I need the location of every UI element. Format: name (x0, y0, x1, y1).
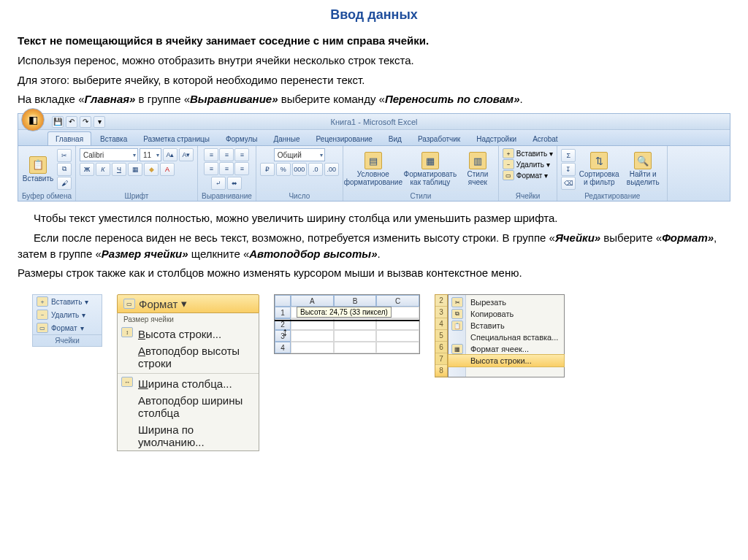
tab-dev[interactable]: Разработчик (411, 132, 468, 145)
title-bar: ◧ 💾 ↶ ↷ ▾ Книга1 - Microsoft Excel (18, 114, 730, 130)
col-a[interactable]: A (291, 295, 334, 307)
cut-icon[interactable]: ✂ (57, 149, 72, 162)
tab-layout[interactable]: Разметка страницы (136, 132, 217, 145)
group-label-clipboard: Буфер обмена (22, 190, 72, 200)
tab-review[interactable]: Рецензирование (309, 132, 380, 145)
align-mid-icon[interactable]: ≡ (219, 148, 234, 161)
number-format-combo[interactable]: Общий (274, 148, 325, 161)
tab-home[interactable]: Главная (47, 131, 91, 145)
clear-icon[interactable]: ⌫ (561, 177, 576, 190)
menu-default-width[interactable]: Ширина по умолчанию... (118, 421, 259, 450)
row-header[interactable]: 5 (435, 330, 447, 342)
fill-color-icon[interactable]: ◆ (144, 163, 159, 176)
merge-icon[interactable]: ⬌ (227, 177, 242, 190)
tab-data[interactable]: Данные (266, 132, 307, 145)
copy-icon[interactable]: ⧉ (57, 163, 72, 176)
tab-acrobat[interactable]: Acrobat (525, 132, 565, 145)
row-1[interactable]: 1 (275, 307, 291, 318)
format-icon: ▦ (451, 344, 463, 354)
paste-button[interactable]: 📋 Вставить (22, 156, 54, 183)
align-bot-icon[interactable]: ≡ (234, 148, 249, 161)
font-color-icon[interactable]: A (160, 163, 175, 176)
insert-button[interactable]: ＋Вставить ▾ (33, 295, 102, 308)
align-left-icon[interactable]: ≡ (204, 162, 218, 175)
col-c[interactable]: C (376, 295, 419, 307)
cond-format-button[interactable]: ▤Условное форматирование (347, 152, 400, 186)
font-name-combo[interactable]: Calibri (80, 148, 138, 161)
format-icon: ▭ (123, 299, 135, 309)
ctx-copy[interactable]: ⧉Копировать (449, 308, 564, 320)
row-header[interactable]: 8 (435, 365, 447, 377)
menu-row-height[interactable]: ↕Высота строки... (118, 326, 259, 342)
menu-autofit-width[interactable]: Автоподбор ширины столбца (118, 392, 259, 421)
align-right-icon[interactable]: ≡ (234, 162, 249, 175)
col-b[interactable]: B (334, 295, 377, 307)
para-6: Если после переноса виден не весь текст,… (18, 230, 730, 262)
group-styles: ▤Условное форматирование ▦Форматировать … (343, 146, 499, 201)
font-size-combo[interactable]: 11 (140, 148, 161, 161)
bold-icon[interactable]: Ж (80, 163, 94, 176)
row-header[interactable]: 6 (435, 342, 447, 353)
delete-cells-button[interactable]: －Удалить ▾ (503, 159, 550, 169)
ctx-row-height[interactable]: Высота строки... (448, 354, 565, 367)
ctx-paste[interactable]: 📋Вставить (449, 320, 564, 331)
tab-insert[interactable]: Вставка (93, 132, 134, 145)
resize-cursor-icon: ↕ (282, 326, 288, 339)
format-cells-button[interactable]: ▭Формат ▾ (503, 170, 549, 180)
row-height-icon: ↕ (121, 327, 133, 337)
delete-icon: － (37, 310, 48, 320)
underline-icon[interactable]: Ч (112, 163, 126, 176)
cond-format-icon: ▤ (365, 152, 382, 169)
percent-icon[interactable]: % (276, 163, 291, 176)
row-header[interactable]: 4 (435, 318, 447, 330)
ctx-paste-special[interactable]: Специальная вставка... (449, 331, 564, 343)
group-label-edit: Редактирование (561, 190, 663, 200)
row-header[interactable]: 7 (435, 353, 447, 365)
inc-dec-icon[interactable]: .0 (308, 163, 323, 176)
office-button[interactable]: ◧ (21, 108, 45, 131)
shrink-font-icon[interactable]: A▾ (179, 148, 194, 161)
wrap-icon[interactable]: ⤶ (211, 177, 226, 190)
border-icon[interactable]: ▦ (128, 163, 142, 176)
italic-icon[interactable]: К (96, 163, 110, 176)
menu-col-width[interactable]: ↔Ширина столбца... (118, 375, 259, 392)
row-header[interactable]: 2 (435, 295, 447, 307)
ctx-cut[interactable]: ✂Вырезать (449, 296, 564, 308)
resize-tooltip: Высота: 24,75 (33 пиксел) (297, 307, 392, 318)
sort-filter-button[interactable]: ⇅Сортировка и фильтр (579, 152, 619, 186)
row-header[interactable]: 3 (435, 307, 447, 318)
tab-view[interactable]: Вид (381, 132, 409, 145)
undo-icon[interactable]: ↶ (66, 116, 77, 128)
fill-icon[interactable]: ↧ (561, 163, 576, 176)
align-center-icon[interactable]: ≡ (219, 162, 234, 175)
format-painter-icon[interactable]: 🖌 (57, 177, 72, 190)
format-button-open[interactable]: ▭Формат ▾ (117, 294, 259, 313)
find-select-button[interactable]: 🔍Найти и выделить (622, 152, 663, 186)
format-button[interactable]: ▭Формат ▾ (33, 321, 102, 334)
align-top-icon[interactable]: ≡ (204, 148, 218, 161)
tab-addins[interactable]: Надстройки (469, 132, 524, 145)
comma-icon[interactable]: 000 (292, 163, 307, 176)
ctx-format-cells[interactable]: ▦Формат ячеек... (449, 343, 564, 355)
group-editing: Σ ↧ ⌫ ⇅Сортировка и фильтр 🔍Найти и выде… (557, 146, 668, 201)
select-all[interactable] (275, 295, 291, 307)
sort-icon: ⇅ (590, 152, 608, 169)
paste-icon: 📋 (451, 321, 463, 331)
menu-autofit-height[interactable]: Автоподбор высоты строки (118, 342, 259, 372)
cell-styles-button[interactable]: ▥Стили ячеек (461, 152, 495, 186)
sum-icon[interactable]: Σ (561, 149, 576, 162)
currency-icon[interactable]: ₽ (260, 163, 275, 176)
dec-dec-icon[interactable]: .00 (324, 163, 339, 176)
tab-formulas[interactable]: Формулы (218, 132, 265, 145)
format-table-button[interactable]: ▦Форматировать как таблицу (404, 152, 457, 186)
delete-button[interactable]: －Удалить ▾ (33, 308, 102, 321)
format-icon: ▭ (503, 170, 514, 180)
row-4[interactable]: 4 (275, 342, 291, 353)
insert-cells-button[interactable]: ＋Вставить ▾ (503, 148, 553, 158)
save-icon[interactable]: 💾 (52, 116, 64, 128)
format-dropdown: ▭Формат ▾ Размер ячейки ↕Высота строки..… (117, 294, 259, 451)
grow-font-icon[interactable]: A▴ (163, 148, 178, 161)
redo-icon[interactable]: ↷ (80, 116, 91, 128)
qat-more-icon[interactable]: ▾ (94, 116, 105, 128)
group-clipboard: 📋 Вставить ✂ ⧉ 🖌 Буфер обмена (18, 146, 76, 201)
